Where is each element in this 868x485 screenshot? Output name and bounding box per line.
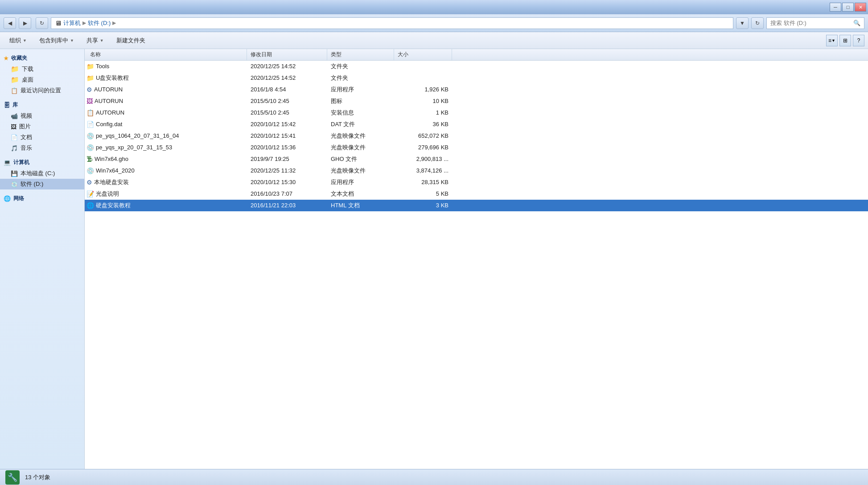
search-bar[interactable]: 🔍 (766, 17, 864, 29)
file-size-cell: 1,926 KB (394, 86, 452, 93)
go-button[interactable]: ↻ (751, 17, 764, 29)
music-icon: 🎵 (11, 145, 18, 152)
column-headers: 名称 修改日期 类型 大小 (85, 49, 868, 61)
close-button[interactable]: ✕ (855, 3, 866, 12)
library-header[interactable]: 🗄 库 (0, 99, 84, 111)
file-date-cell: 2019/9/7 19:25 (247, 156, 327, 162)
organize-dropdown-icon: ▼ (23, 38, 27, 43)
file-type-icon: ⚙ (86, 86, 92, 93)
new-folder-label: 新建文件夹 (116, 37, 145, 45)
documents-icon: 📄 (11, 134, 18, 141)
file-name-cell: 📝 光盘说明 (86, 190, 247, 198)
sidebar-item-music[interactable]: 🎵 音乐 (0, 143, 84, 153)
sidebar-item-d-drive[interactable]: 💿 软件 (D:) (0, 179, 84, 189)
sidebar-item-video[interactable]: 📹 视频 (0, 111, 84, 121)
organize-button[interactable]: 组织 ▼ (4, 34, 33, 47)
d-drive-label: 软件 (D:) (21, 180, 43, 188)
music-label: 音乐 (21, 144, 32, 152)
file-type-cell: GHO 文件 (327, 155, 394, 163)
recent-label: 最近访问的位置 (21, 86, 61, 95)
network-header[interactable]: 🌐 网络 (0, 193, 84, 204)
new-folder-button[interactable]: 新建文件夹 (111, 34, 151, 47)
file-type-icon: 📁 (86, 63, 94, 70)
sidebar: ★ 收藏夹 📁 下载 📁 桌面 📋 最近访问的位置 🗄 库 (0, 49, 85, 469)
search-input[interactable] (770, 20, 852, 26)
sidebar-item-desktop[interactable]: 📁 桌面 (0, 74, 84, 85)
file-date-cell: 2020/10/12 15:36 (247, 144, 327, 151)
views-button[interactable]: ≡▼ (826, 35, 838, 46)
statusbar: 🔧 13 个对象 (0, 469, 868, 485)
file-date-cell: 2020/10/12 15:42 (247, 121, 327, 127)
col-header-date[interactable]: 修改日期 (247, 49, 327, 60)
favorites-header[interactable]: ★ 收藏夹 (0, 53, 84, 64)
table-row[interactable]: 📄 Config.dat 2020/10/12 15:42 DAT 文件 36 … (85, 119, 868, 130)
file-size-cell: 652,072 KB (394, 132, 452, 139)
file-type-cell: 图标 (327, 97, 394, 105)
file-name-cell: 📋 AUTORUN (86, 109, 247, 116)
forward-button[interactable]: ▶ (19, 17, 31, 29)
table-row[interactable]: 💿 Win7x64_2020 2020/12/25 11:32 光盘映像文件 3… (85, 165, 868, 177)
breadcrumb-computer[interactable]: 计算机 (63, 19, 81, 27)
file-name-cell: ⚙ AUTORUN (86, 86, 247, 93)
file-type-icon: 📄 (86, 121, 94, 128)
sidebar-item-pictures[interactable]: 🖼 图片 (0, 121, 84, 132)
sidebar-item-downloads[interactable]: 📁 下载 (0, 64, 84, 74)
file-name: AUTORUN (94, 86, 123, 93)
computer-icon: 🖥 (55, 19, 62, 27)
desktop-label: 桌面 (22, 76, 33, 84)
file-rows: 📁 Tools 2020/12/25 14:52 文件夹 📁 U盘安装教程 20… (85, 61, 868, 469)
app-icon: 🔧 (8, 473, 17, 482)
file-date-cell: 2020/12/25 14:52 (247, 63, 327, 70)
table-row[interactable]: 🗜 Win7x64.gho 2019/9/7 19:25 GHO 文件 2,90… (85, 153, 868, 165)
table-row[interactable]: ⚙ AUTORUN 2016/1/8 4:54 应用程序 1,926 KB (85, 84, 868, 95)
file-name-cell: 🗜 Win7x64.gho (86, 156, 247, 163)
file-size-cell: 3 KB (394, 202, 452, 209)
include-dropdown-icon: ▼ (70, 38, 74, 43)
include-library-button[interactable]: 包含到库中 ▼ (33, 34, 80, 47)
file-type-icon: 📁 (86, 74, 94, 82)
help-button[interactable]: ? (853, 35, 864, 46)
minimize-button[interactable]: ─ (830, 3, 841, 12)
file-type-icon: ⚙ (86, 179, 92, 186)
breadcrumb[interactable]: 🖥 计算机 ▶ 软件 (D:) ▶ (51, 17, 733, 29)
pictures-icon: 🖼 (11, 123, 16, 130)
file-date-cell: 2016/1/8 4:54 (247, 86, 327, 93)
computer-header[interactable]: 💻 计算机 (0, 157, 84, 168)
video-icon: 📹 (11, 113, 18, 119)
table-row[interactable]: 📁 Tools 2020/12/25 14:52 文件夹 (85, 61, 868, 72)
table-row[interactable]: ⚙ 本地硬盘安装 2020/10/12 15:30 应用程序 28,315 KB (85, 177, 868, 188)
table-row[interactable]: 📝 光盘说明 2016/10/23 7:07 文本文档 5 KB (85, 188, 868, 200)
file-type-cell: 光盘映像文件 (327, 132, 394, 140)
col-header-size[interactable]: 大小 (394, 49, 452, 60)
file-type-cell: DAT 文件 (327, 120, 394, 128)
details-view-button[interactable]: ⊞ (839, 35, 851, 46)
sidebar-item-c-drive[interactable]: 💾 本地磁盘 (C:) (0, 168, 84, 179)
details-icon: ⊞ (843, 37, 847, 44)
table-row[interactable]: 💿 pe_yqs_1064_20_07_31_16_04 2020/10/12 … (85, 130, 868, 142)
file-name: 硬盘安装教程 (96, 201, 131, 210)
back-button[interactable]: ◀ (4, 17, 16, 29)
col-header-type[interactable]: 类型 (327, 49, 394, 60)
breadcrumb-drive[interactable]: 软件 (D:) (88, 19, 111, 27)
sidebar-item-documents[interactable]: 📄 文档 (0, 132, 84, 143)
address-dropdown-button[interactable]: ▼ (736, 17, 749, 29)
file-date-cell: 2016/10/23 7:07 (247, 190, 327, 197)
search-icon: 🔍 (853, 20, 860, 26)
col-header-name[interactable]: 名称 (86, 49, 247, 60)
maximize-button[interactable]: □ (842, 3, 854, 12)
table-row[interactable]: 📋 AUTORUN 2015/5/10 2:45 安装信息 1 KB (85, 107, 868, 119)
file-type-cell: 文件夹 (327, 62, 394, 70)
file-size-cell: 279,696 KB (394, 144, 452, 151)
file-name-cell: 💿 Win7x64_2020 (86, 167, 247, 174)
refresh-button[interactable]: ↻ (36, 17, 48, 29)
separator-icon: ▶ (82, 20, 86, 26)
sidebar-item-recent[interactable]: 📋 最近访问的位置 (0, 85, 84, 96)
file-size-cell: 3,874,126 ... (394, 167, 452, 174)
table-row[interactable]: 📁 U盘安装教程 2020/12/25 14:52 文件夹 (85, 72, 868, 84)
table-row[interactable]: 🌐 硬盘安装教程 2016/11/21 22:03 HTML 文档 3 KB (85, 200, 868, 211)
table-row[interactable]: 🖼 AUTORUN 2015/5/10 2:45 图标 10 KB (85, 95, 868, 107)
pictures-label: 图片 (19, 123, 31, 131)
file-type-cell: 文件夹 (327, 74, 394, 82)
table-row[interactable]: 💿 pe_yqs_xp_20_07_31_15_53 2020/10/12 15… (85, 142, 868, 153)
share-button[interactable]: 共享 ▼ (81, 34, 110, 47)
